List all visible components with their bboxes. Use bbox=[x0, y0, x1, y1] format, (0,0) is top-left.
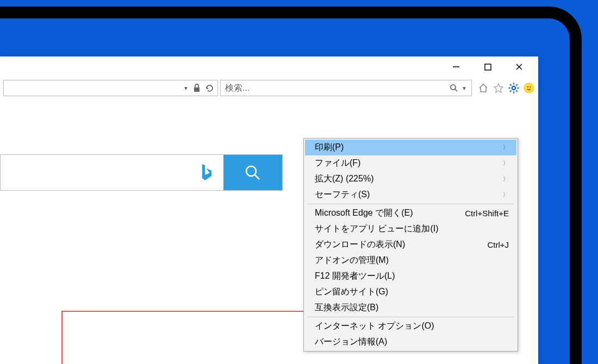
menu-item[interactable]: ファイル(F)〉 bbox=[305, 155, 516, 171]
menu-item-label: ピン留めサイト(G) bbox=[315, 286, 388, 298]
menu-item-label: F12 開発者ツール(L) bbox=[315, 271, 395, 282]
menu-separator bbox=[307, 204, 514, 204]
menu-item-label: インターネット オプション(O) bbox=[315, 321, 434, 332]
menu-item[interactable]: 互換表示設定(B) bbox=[305, 300, 516, 316]
chevron-right-icon: 〉 bbox=[503, 143, 509, 152]
home-icon[interactable] bbox=[477, 82, 489, 94]
svg-line-6 bbox=[455, 89, 457, 91]
menu-item[interactable]: セーフティ(S)〉 bbox=[305, 187, 516, 203]
desktop: ▼ 検索... ▼ bbox=[0, 29, 558, 364]
menu-item-label: ファイル(F) bbox=[315, 158, 360, 169]
menu-item-label: ダウンロードの表示(N) bbox=[315, 239, 405, 250]
menu-item[interactable]: ピン留めサイト(G) bbox=[305, 284, 516, 300]
chevron-right-icon: 〉 bbox=[503, 175, 509, 183]
menu-item-label: セーフティ(S) bbox=[315, 189, 370, 200]
svg-line-12 bbox=[510, 84, 511, 85]
menu-item[interactable]: サイトをアプリ ビューに追加(I) bbox=[305, 221, 516, 237]
chevron-right-icon: 〉 bbox=[503, 191, 509, 199]
svg-rect-1 bbox=[485, 64, 491, 70]
search-placeholder: 検索... bbox=[225, 83, 250, 94]
svg-line-19 bbox=[255, 175, 259, 179]
svg-line-15 bbox=[516, 84, 518, 85]
svg-point-5 bbox=[451, 85, 456, 90]
minimize-button[interactable] bbox=[440, 57, 472, 77]
dropdown-icon[interactable]: ▼ bbox=[462, 85, 467, 91]
maximize-button[interactable] bbox=[472, 57, 503, 77]
chevron-right-icon: 〉 bbox=[503, 159, 509, 167]
refresh-icon[interactable] bbox=[205, 84, 214, 93]
menu-item-label: Microsoft Edge で開く(E) bbox=[315, 208, 413, 219]
menu-item[interactable]: インターネット オプション(O) bbox=[305, 318, 516, 334]
svg-point-18 bbox=[246, 166, 256, 176]
titlebar bbox=[0, 57, 538, 77]
bing-search-button[interactable] bbox=[223, 155, 282, 190]
tools-menu: 印刷(P)〉ファイル(F)〉拡大(Z) (225%)〉セーフティ(S)〉Micr… bbox=[303, 138, 518, 352]
menu-item[interactable]: Microsoft Edge で開く(E)Ctrl+Shift+E bbox=[305, 205, 516, 221]
menu-item-label: サイトをアプリ ビューに追加(I) bbox=[315, 223, 439, 235]
search-bar[interactable]: 検索... ▼ bbox=[220, 80, 472, 96]
menu-item[interactable]: F12 開発者ツール(L) bbox=[305, 268, 516, 284]
bing-logo-icon bbox=[200, 163, 213, 183]
menu-item[interactable]: バージョン情報(A) bbox=[305, 334, 516, 350]
favorites-icon[interactable] bbox=[493, 82, 504, 94]
menu-item[interactable]: ダウンロードの表示(N)Ctrl+J bbox=[305, 237, 516, 253]
svg-point-17 bbox=[530, 86, 531, 87]
menu-item-label: 印刷(P) bbox=[315, 142, 344, 153]
menu-shortcut: Ctrl+J bbox=[487, 240, 509, 249]
menu-item-label: 拡大(Z) (225%) bbox=[315, 173, 373, 185]
dropdown-icon[interactable]: ▼ bbox=[183, 85, 189, 91]
menu-item-label: バージョン情報(A) bbox=[315, 336, 387, 348]
svg-point-7 bbox=[512, 86, 515, 90]
svg-rect-4 bbox=[194, 87, 200, 92]
device-frame: ▼ 検索... ▼ bbox=[0, 0, 598, 364]
svg-line-14 bbox=[510, 91, 511, 92]
feedback-icon[interactable] bbox=[523, 82, 535, 94]
svg-line-13 bbox=[516, 91, 518, 92]
address-bar[interactable]: ▼ bbox=[3, 80, 218, 96]
menu-shortcut: Ctrl+Shift+E bbox=[465, 209, 509, 218]
toolbar-icons bbox=[474, 82, 535, 94]
lock-icon bbox=[193, 84, 201, 92]
menu-item-label: アドオンの管理(M) bbox=[315, 255, 389, 266]
menu-separator bbox=[307, 317, 514, 317]
menu-item[interactable]: 印刷(P)〉 bbox=[305, 140, 516, 155]
close-button[interactable] bbox=[503, 57, 535, 77]
bing-input[interactable] bbox=[1, 155, 223, 190]
annotation-line bbox=[61, 311, 306, 364]
menu-item[interactable]: アドオンの管理(M) bbox=[305, 253, 516, 268]
toolbar: ▼ 検索... ▼ bbox=[0, 77, 538, 99]
svg-point-16 bbox=[527, 86, 528, 87]
menu-item[interactable]: 拡大(Z) (225%)〉 bbox=[305, 171, 516, 187]
search-icon[interactable] bbox=[450, 84, 458, 92]
gear-icon[interactable] bbox=[508, 82, 520, 94]
menu-item-label: 互換表示設定(B) bbox=[315, 302, 378, 313]
bing-search-box[interactable] bbox=[0, 154, 283, 191]
